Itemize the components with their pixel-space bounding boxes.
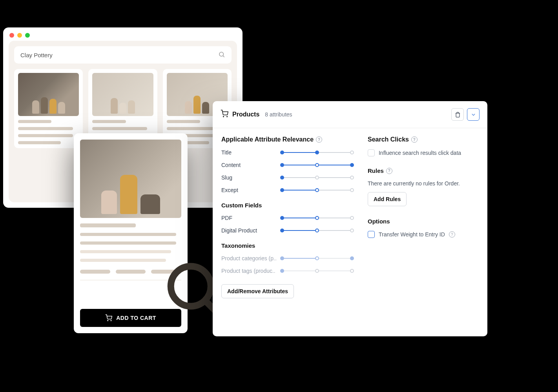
close-window-dot[interactable] <box>9 33 14 38</box>
checkbox-unchecked <box>368 149 375 156</box>
attribute-relevance-column: Applicable Attribute Relevance ? Title C… <box>221 136 352 298</box>
add-rules-button[interactable]: Add Rules <box>368 192 407 206</box>
slider-dot-end <box>350 256 354 260</box>
attribute-label: Slug <box>221 174 282 181</box>
search-icon <box>218 51 225 59</box>
svg-point-0 <box>219 52 224 56</box>
slider-dot-start <box>280 151 284 154</box>
slider-dot-mid <box>315 216 319 220</box>
panel-header: Products 8 attributes <box>213 101 487 128</box>
maximize-window-dot[interactable] <box>25 33 30 38</box>
slider-dot-start <box>280 188 284 192</box>
attribute-label: Product categories (p.. <box>221 255 282 261</box>
slider-dot-start <box>280 163 284 167</box>
expand-button[interactable] <box>467 108 480 121</box>
help-icon[interactable]: ? <box>411 136 418 143</box>
slider-dot-mid <box>315 176 319 180</box>
slider-dot-mid <box>315 269 319 273</box>
attribute-row: Product categories (p.. <box>221 255 352 261</box>
svg-point-5 <box>227 116 228 117</box>
slider-dot-mid <box>315 188 319 192</box>
help-icon[interactable]: ? <box>449 231 455 238</box>
slider-dot-start <box>280 176 284 180</box>
slider-dot-start <box>280 256 284 260</box>
slider-dot-start <box>280 216 284 220</box>
slider-dot-end <box>350 216 354 220</box>
section-custom-fields-title: Custom Fields <box>221 202 352 209</box>
relevance-slider[interactable] <box>282 258 352 259</box>
attribute-row: Product tags (produc.. <box>221 268 352 274</box>
help-icon[interactable]: ? <box>316 136 322 143</box>
attribute-row: Content <box>221 162 352 168</box>
section-search-clicks-title: Search Clicks ? <box>368 136 479 143</box>
svg-point-1 <box>108 320 108 321</box>
transfer-weight-checkbox-row[interactable]: Transfer Weight to Entry ID ? <box>368 231 479 238</box>
slider-dot-mid <box>315 151 319 154</box>
product-card[interactable] <box>14 69 83 148</box>
attribute-row: Except <box>221 187 352 193</box>
attribute-row: Slug <box>221 174 352 181</box>
relevance-slider[interactable] <box>282 164 352 166</box>
slider-dot-start <box>280 269 284 273</box>
attribute-row: Title <box>221 149 352 156</box>
influence-clicks-checkbox-row[interactable]: Influence search results click data <box>368 149 479 156</box>
relevance-slider[interactable] <box>282 189 352 191</box>
cart-icon <box>221 110 228 119</box>
slider-dot-mid <box>315 163 319 167</box>
section-relevance-title: Applicable Attribute Relevance ? <box>221 136 352 143</box>
trash-icon <box>455 112 461 118</box>
slider-dot-end <box>350 176 354 180</box>
product-detail-image <box>80 140 181 218</box>
relevance-slider[interactable] <box>282 270 352 272</box>
panel-right-column: Search Clicks ? Influence search results… <box>368 136 479 298</box>
attribute-row: Digital Product <box>221 227 352 234</box>
attribute-label: Product tags (produc.. <box>221 268 282 274</box>
relevance-slider[interactable] <box>282 177 352 178</box>
attribute-label: Content <box>221 162 282 168</box>
checkbox-unchecked <box>368 231 375 238</box>
slider-dot-end <box>350 188 354 192</box>
search-value: Clay Pottery <box>20 52 53 58</box>
slider-dot-end <box>350 269 354 273</box>
svg-point-4 <box>223 116 224 117</box>
attribute-row: PDF <box>221 215 352 221</box>
add-remove-attributes-button[interactable]: Add/Remove Attributes <box>221 284 294 298</box>
slider-dot-start <box>280 229 284 232</box>
slider-dot-mid <box>315 256 319 260</box>
product-config-panel: Products 8 attributes Applicable Attribu… <box>213 101 487 336</box>
transfer-weight-label: Transfer Weight to Entry ID <box>379 231 445 238</box>
relevance-slider[interactable] <box>282 230 352 231</box>
svg-point-2 <box>111 320 111 321</box>
rules-empty-text: There are currently no rules for Order. <box>368 180 479 187</box>
delete-button[interactable] <box>451 108 464 121</box>
add-to-cart-label: ADD TO CART <box>116 315 156 321</box>
panel-title: Products <box>232 111 259 118</box>
slider-dot-end <box>350 163 354 167</box>
slider-dot-mid <box>315 229 319 232</box>
slider-dot-end <box>350 151 354 154</box>
chevron-down-icon <box>470 112 476 118</box>
section-rules-title: Rules ? <box>368 167 479 174</box>
attribute-label: PDF <box>221 215 282 221</box>
cart-icon <box>105 314 112 321</box>
minimize-window-dot[interactable] <box>17 33 22 38</box>
search-input[interactable]: Clay Pottery <box>14 46 232 64</box>
relevance-slider[interactable] <box>282 152 352 153</box>
attribute-label: Except <box>221 187 282 193</box>
help-icon[interactable]: ? <box>386 168 392 174</box>
section-options-title: Options <box>368 218 479 225</box>
panel-subtitle: 8 attributes <box>265 111 292 118</box>
influence-clicks-label: Influence search results click data <box>379 150 461 156</box>
attribute-label: Title <box>221 149 282 156</box>
window-controls <box>3 27 243 41</box>
relevance-slider[interactable] <box>282 217 352 219</box>
attribute-label: Digital Product <box>221 227 282 234</box>
slider-dot-end <box>350 229 354 232</box>
section-taxonomies-title: Taxonomies <box>221 242 352 249</box>
